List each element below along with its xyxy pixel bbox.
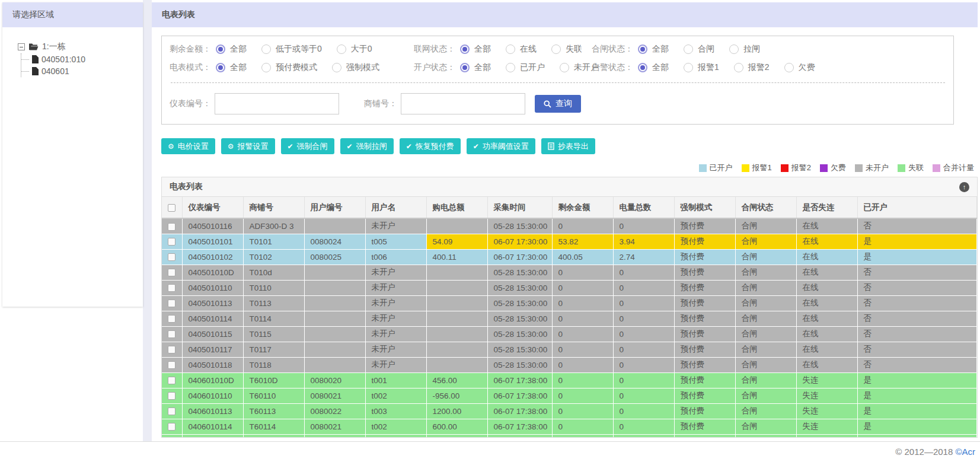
row-checkbox-cell: [162, 403, 182, 419]
row-checkbox-cell: [162, 249, 182, 265]
table-cell: 06-07 17:38:00: [487, 403, 552, 419]
table-title: 电表列表: [170, 181, 203, 192]
radio-option[interactable]: 失联: [551, 44, 582, 55]
legend-item: 失联: [898, 163, 924, 173]
row-checkbox[interactable]: [168, 269, 175, 276]
row-checkbox[interactable]: [168, 253, 175, 261]
table-cell: 0: [613, 434, 674, 438]
radio-label: 已开户: [520, 62, 545, 73]
table-row: 040601010DT6010D0080020t001456.0006-07 1…: [162, 372, 977, 388]
table-cell: 未开户: [365, 311, 426, 326]
area-tree: 1:一栋 040501:010040601: [2, 27, 143, 77]
collapse-panel-icon[interactable]: ↑: [959, 182, 969, 192]
folder-icon: [28, 43, 39, 51]
action-button-5[interactable]: ✔功率阈值设置: [467, 138, 535, 154]
table-cell: 456.00: [426, 372, 487, 388]
radio-option[interactable]: 大于0: [337, 44, 372, 55]
query-button[interactable]: 查询: [535, 95, 581, 113]
action-button-3[interactable]: ✔强制拉闸: [340, 138, 394, 154]
radio-option[interactable]: 全部: [216, 62, 247, 73]
radio-option[interactable]: 报警1: [684, 62, 719, 73]
row-checkbox[interactable]: [168, 315, 175, 323]
radio-option[interactable]: 低于或等于0: [261, 44, 322, 55]
table-cell: 06-07 17:38:00: [487, 419, 552, 434]
table-cell: 3.94: [613, 234, 674, 249]
tree-leaf-node[interactable]: 040501:010: [21, 53, 143, 65]
table-cell: 0405010115: [182, 326, 243, 342]
radio-option[interactable]: 预付费模式: [261, 62, 317, 73]
table-row: 0405010117T0117未开户05-28 15:30:0000预付费合闸在…: [162, 342, 977, 357]
radio-option[interactable]: 报警2: [734, 62, 770, 73]
meter-no-input[interactable]: [215, 93, 339, 114]
filter-group-4: 开户状态：全部已开户未开户: [414, 62, 592, 73]
table-cell: 失连: [796, 403, 857, 419]
radio-option[interactable]: 已开户: [506, 62, 545, 73]
table-cell: 2.74: [613, 249, 674, 265]
table-cell: 在线: [796, 218, 857, 234]
action-button-0[interactable]: ⚙电价设置: [161, 138, 215, 154]
radio-option[interactable]: 在线: [506, 44, 537, 55]
radio-option[interactable]: 全部: [216, 44, 247, 55]
tree-leaf-node[interactable]: 040601: [21, 65, 143, 77]
row-checkbox[interactable]: [168, 330, 175, 338]
table-row: 0405010116ADF300-D 3未开户05-28 15:30:0000预…: [162, 218, 977, 234]
radio-icon: [216, 63, 225, 72]
legend-item: 报警2: [781, 163, 811, 173]
table-row: 040501010DT010d未开户05-28 15:30:0000预付费合闸在…: [162, 265, 977, 280]
table-cell: 未开户: [365, 357, 426, 372]
legend-label: 已开户: [710, 163, 733, 173]
row-checkbox[interactable]: [168, 407, 175, 415]
radio-option[interactable]: 全部: [460, 62, 491, 73]
radio-label: 低于或等于0: [276, 44, 322, 55]
file-icon: [32, 55, 39, 63]
radio-option[interactable]: 全部: [460, 44, 491, 55]
radio-option[interactable]: 强制模式: [332, 62, 379, 73]
table-cell: [304, 295, 365, 311]
table-cell: 在线: [796, 295, 857, 311]
table-cell: 否: [857, 342, 977, 357]
radio-option[interactable]: 全部: [638, 62, 669, 73]
radio-option[interactable]: 全部: [638, 44, 669, 55]
action-button-2[interactable]: ✔强制合闸: [281, 138, 334, 154]
tree-collapse-icon[interactable]: [18, 43, 25, 50]
copyright-link[interactable]: ©Acr: [955, 447, 975, 457]
row-checkbox[interactable]: [168, 392, 175, 400]
table-cell: 合闸: [735, 357, 796, 372]
table-cell: T010d: [243, 265, 304, 280]
row-checkbox[interactable]: [168, 238, 175, 246]
radio-option[interactable]: 合闸: [684, 44, 714, 55]
row-checkbox[interactable]: [168, 361, 175, 369]
select-all-checkbox[interactable]: [168, 204, 175, 212]
table-cell: 0: [613, 372, 674, 388]
radio-option[interactable]: 拉闸: [729, 44, 760, 55]
row-checkbox[interactable]: [168, 377, 175, 384]
action-button-label: 报警设置: [238, 141, 269, 152]
radio-icon: [460, 44, 470, 54]
legend-label: 报警2: [791, 163, 811, 173]
table-cell: T0118: [243, 357, 304, 372]
table-row: 0405010115T0115未开户05-28 15:30:0000预付费合闸在…: [162, 326, 977, 342]
radio-option[interactable]: 欠费: [784, 62, 815, 73]
row-checkbox[interactable]: [168, 223, 175, 231]
radio-icon: [638, 44, 647, 54]
row-checkbox[interactable]: [168, 423, 175, 431]
action-button-6[interactable]: 抄表导出: [541, 138, 595, 154]
action-button-1[interactable]: ⚙报警设置: [221, 138, 275, 154]
row-checkbox-cell: [162, 265, 182, 280]
shop-no-input[interactable]: [401, 93, 525, 114]
row-checkbox-cell: [162, 326, 182, 342]
panel-divider: [143, 0, 152, 441]
table-cell: ADF300-D 3: [243, 218, 304, 234]
action-button-4[interactable]: ✔恢复预付费: [400, 138, 461, 154]
table-cell: [426, 280, 487, 295]
row-checkbox[interactable]: [168, 346, 175, 353]
tree-root-node[interactable]: 1:一栋: [18, 42, 143, 52]
row-checkbox-cell: [162, 388, 182, 403]
table-cell: 合闸: [735, 295, 796, 311]
row-checkbox[interactable]: [168, 300, 175, 307]
radio-icon: [729, 44, 739, 54]
filter-grid: 剩余金额：全部低于或等于0大于0联网状态：全部在线失联合闸状态：全部合闸拉闸电表…: [170, 44, 946, 73]
row-checkbox[interactable]: [168, 284, 175, 292]
table-cell: 预付费: [674, 295, 735, 311]
table-cell: 预付费: [674, 434, 735, 438]
